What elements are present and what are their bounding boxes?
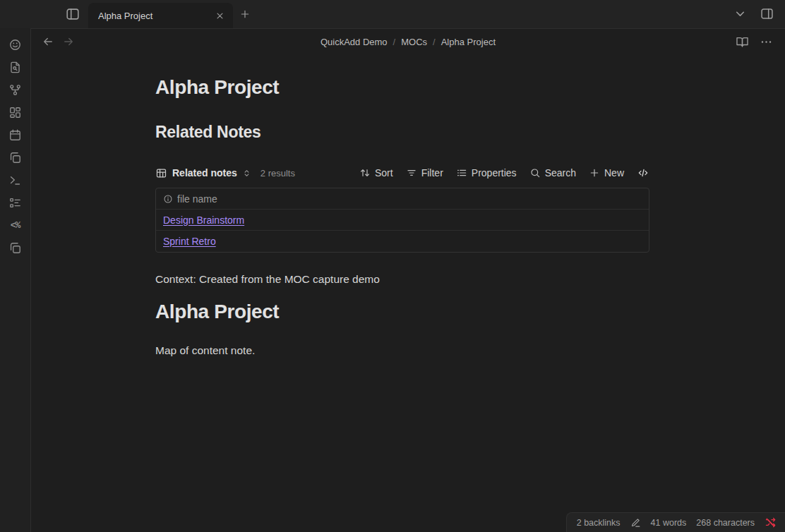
results-count: 2 results: [260, 168, 295, 179]
word-count[interactable]: 41 words: [651, 518, 687, 528]
table-row: Sprint Retro: [156, 231, 649, 252]
note-link-sprint-retro[interactable]: Sprint Retro: [163, 236, 216, 247]
left-ribbon: <%: [0, 28, 31, 532]
breadcrumb-separator: /: [433, 37, 436, 47]
workspace-leaf: QuickAdd Demo / MOCs / Alpha Project: [31, 28, 785, 532]
bases-toolbar-actions: Sort Filter Properties: [359, 167, 649, 179]
tab-title: Alpha Project: [98, 11, 215, 21]
column-header-file-name[interactable]: file name: [156, 188, 649, 210]
bases-embed: Related notes 2 results Sort: [155, 165, 649, 253]
sort-button[interactable]: Sort: [359, 167, 393, 179]
chevrons-up-down-icon: [242, 169, 251, 178]
status-bar: 2 backlinks 41 words 268 characters: [566, 512, 785, 532]
note-content: Alpha Project Related Notes Related note…: [155, 54, 649, 357]
note-link-design-brainstorm[interactable]: Design Brainstorm: [163, 214, 244, 226]
titlebar-right-controls: [733, 6, 774, 21]
bases-toolbar: Related notes 2 results Sort: [155, 165, 649, 181]
view-name: Related notes: [172, 167, 237, 179]
toggle-left-sidebar-icon[interactable]: [65, 6, 80, 22]
backlinks-count[interactable]: 2 backlinks: [577, 518, 621, 528]
section-heading: Related Notes: [155, 123, 649, 142]
nav-arrows: [42, 35, 75, 48]
context-paragraph: Context: Created from the MOC capture de…: [155, 273, 649, 286]
search-icon: [529, 167, 541, 179]
note-title: Alpha Project: [155, 76, 649, 99]
view-header-actions: [736, 35, 773, 49]
sync-error-icon[interactable]: [765, 516, 777, 528]
sort-arrows-icon: [359, 167, 371, 179]
view-selector[interactable]: Related notes: [155, 167, 251, 179]
breadcrumb-vault[interactable]: QuickAdd Demo: [320, 37, 388, 47]
filter-button[interactable]: Filter: [406, 167, 443, 179]
new-tab-icon[interactable]: [239, 8, 251, 20]
breadcrumb-folder[interactable]: MOCs: [401, 37, 427, 47]
markdown-editor[interactable]: Alpha Project Related Notes Related note…: [31, 54, 785, 532]
tab-alpha-project[interactable]: Alpha Project: [88, 3, 233, 28]
info-circle-icon: [163, 194, 173, 204]
toggle-right-sidebar-icon[interactable]: [760, 6, 774, 21]
properties-list-icon: [456, 167, 467, 179]
filter-lines-icon: [406, 167, 417, 179]
embedded-note-title: Alpha Project: [155, 301, 649, 323]
table-row: Design Brainstorm: [156, 210, 649, 231]
obsidian-window: Alpha Project: [0, 0, 785, 532]
files-icon[interactable]: [6, 146, 25, 169]
files-2-icon[interactable]: [6, 236, 25, 259]
calendar-icon[interactable]: [6, 123, 25, 146]
breadcrumb: QuickAdd Demo / MOCs / Alpha Project: [320, 37, 496, 47]
view-header: QuickAdd Demo / MOCs / Alpha Project: [31, 29, 785, 54]
plus-icon: [589, 167, 600, 179]
code-view-icon[interactable]: [637, 167, 649, 179]
terminal-icon[interactable]: [6, 169, 25, 191]
graph-view-icon[interactable]: [6, 78, 25, 101]
tab-list-chevron-icon[interactable]: [733, 6, 748, 21]
character-count[interactable]: 268 characters: [696, 518, 755, 528]
file-search-icon[interactable]: [6, 56, 25, 78]
edit-pencil-icon[interactable]: [630, 517, 641, 528]
new-entry-button[interactable]: New: [589, 167, 624, 179]
templater-icon[interactable]: <%: [6, 214, 25, 236]
tab-close-icon[interactable]: [215, 11, 225, 21]
list-details-icon[interactable]: [6, 191, 25, 214]
workspace-body: <% QuickAdd Demo /: [0, 28, 785, 532]
navigate-back-icon[interactable]: [42, 35, 54, 48]
properties-button[interactable]: Properties: [456, 167, 517, 179]
smile-icon[interactable]: [6, 33, 25, 56]
table-icon: [155, 167, 167, 179]
embedded-note-paragraph: Map of content note.: [155, 344, 649, 357]
breadcrumb-note[interactable]: Alpha Project: [441, 37, 496, 47]
titlebar: Alpha Project: [0, 0, 785, 28]
search-button[interactable]: Search: [529, 167, 576, 179]
more-options-icon[interactable]: [760, 35, 773, 49]
bases-table: file name Design Brainstorm Sprint Retro: [155, 188, 649, 253]
layout-dashboard-icon[interactable]: [6, 101, 25, 123]
navigate-forward-icon[interactable]: [62, 35, 75, 48]
breadcrumb-separator: /: [393, 37, 396, 47]
reading-mode-book-icon[interactable]: [736, 35, 749, 49]
